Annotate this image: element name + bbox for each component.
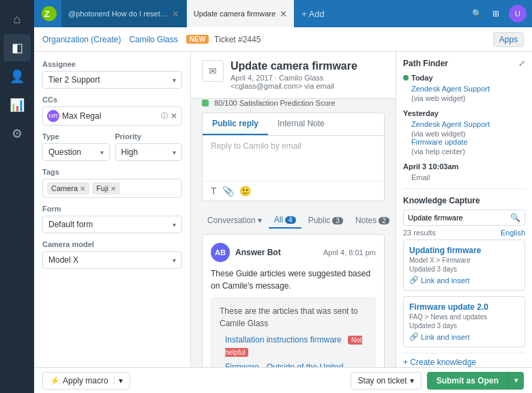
assignee-label: Assignee: [42, 60, 182, 68]
avatar-icon[interactable]: U: [509, 5, 527, 23]
apps-button[interactable]: Apps: [493, 32, 524, 47]
type-group: Type Question ▾: [42, 132, 110, 161]
knowledge-card-1-sub: Model X > Firmware: [409, 257, 519, 264]
knowledge-search-input[interactable]: [408, 214, 510, 222]
cc-field: MR Max Regal ⓘ ✕: [42, 106, 182, 126]
assignee-chevron-icon: ▾: [173, 76, 176, 84]
answerbot-subcard: These are the articles that was sent to …: [211, 297, 376, 367]
topbar: Z @photonerd How do I reset… ✕ Update ca…: [34, 0, 532, 27]
camilo-link[interactable]: Camilo Glass: [129, 35, 177, 44]
type-select[interactable]: Question ▾: [42, 143, 110, 161]
path-yesterday-item-2[interactable]: Firmware update: [403, 138, 525, 146]
path-april-channel: Email: [403, 173, 525, 181]
apply-macro-button[interactable]: ⚡ Apply macro ▾: [42, 372, 130, 390]
ticket-title: Update camera firmware: [231, 60, 385, 72]
article-item-2: Firmware - Outside of the United States: [225, 361, 367, 367]
article-link-1[interactable]: Installation instructions firmware: [225, 335, 342, 345]
form-label: Form: [42, 205, 182, 213]
stay-on-ticket-button[interactable]: Stay on ticket ▾: [351, 372, 422, 390]
conversation-area: Conversation ▾ All 4 Public 3 Notes: [191, 207, 396, 367]
text-format-icon[interactable]: T: [211, 186, 217, 196]
internal-note-tab[interactable]: Internal Note: [268, 113, 334, 135]
assignee-select[interactable]: Tier 2 Support ▾: [42, 71, 182, 89]
public-tab[interactable]: Public 3: [303, 213, 349, 228]
search-icon[interactable]: 🔍: [471, 8, 483, 20]
reply-placeholder: Reply to Camilo by email: [211, 141, 376, 175]
type-value: Question: [48, 147, 81, 157]
assignee-value: Tier 2 Support: [48, 75, 100, 85]
tab-ticket-888[interactable]: @photonerd How do I reset… ✕: [61, 0, 187, 27]
form-select[interactable]: Default form ▾: [42, 216, 182, 233]
priority-group: Priority High ▾: [115, 132, 183, 161]
conversation-tab-label: Conversation: [207, 216, 256, 225]
link-insert-icon-1: 🔗: [409, 276, 419, 285]
knowledge-search-field[interactable]: 🔍: [403, 209, 525, 226]
tab-ticket-2445-close[interactable]: ✕: [280, 9, 287, 19]
knowledge-card-2-link[interactable]: 🔗 Link and insert: [409, 332, 519, 341]
camera-model-select[interactable]: Model X ▾: [42, 251, 182, 269]
notes-badge: 2: [379, 217, 389, 224]
ccs-label: CCs: [42, 96, 182, 104]
subnav: Organization (Create) Camilo Glass NEW T…: [34, 27, 532, 52]
type-label: Type: [42, 132, 110, 141]
path-yesterday-item-1[interactable]: Zendesk Agent Support: [403, 120, 525, 128]
knowledge-title: Knowledge Capture: [403, 196, 525, 205]
reply-body[interactable]: Reply to Camilo by email: [203, 136, 384, 181]
grid-icon[interactable]: ⊞: [490, 8, 502, 20]
article-item-1: Installation instructions firmware Not h…: [225, 334, 367, 358]
path-today-label: Today: [403, 74, 525, 82]
conversation-tab[interactable]: Conversation ▾: [202, 213, 267, 228]
emoji-icon[interactable]: 🙂: [239, 186, 251, 196]
nav-tickets-icon[interactable]: ◧: [3, 34, 31, 61]
apply-macro-chevron-icon[interactable]: ▾: [114, 376, 123, 385]
priority-select[interactable]: High ▾: [115, 143, 183, 161]
tag-fuji-remove[interactable]: ✕: [110, 185, 116, 192]
answerbot-message: AB Answer Bot April 4, 8:01 pm These Gui…: [202, 234, 385, 367]
knowledge-card-1-title[interactable]: Updating firmware: [409, 246, 519, 255]
create-knowledge-button[interactable]: + Create knowledge: [403, 353, 525, 367]
tab-add-button[interactable]: + Add: [295, 0, 331, 27]
knowledge-card-1-link-text: Link and insert: [421, 276, 470, 285]
knowledge-card-1: Updating firmware Model X > Firmware Upd…: [403, 239, 525, 291]
knowledge-lang[interactable]: English: [501, 229, 525, 237]
attachment-icon[interactable]: 📎: [222, 186, 234, 196]
nav-settings-icon[interactable]: ⚙: [3, 120, 31, 147]
path-today-item-1[interactable]: Zendesk Agent Support: [403, 85, 525, 93]
email-icon: ✉: [202, 60, 224, 82]
public-reply-tab[interactable]: Public reply: [203, 113, 268, 135]
path-finder-expand-icon[interactable]: ⤢: [518, 59, 525, 68]
content-area: ✉ Update camera firmware April 4, 2017 ·…: [191, 52, 396, 367]
tab-ticket-2445[interactable]: Update camera firmware ✕: [187, 0, 295, 27]
submit-button[interactable]: Submit as Open ▾: [427, 372, 524, 390]
nav-home-icon[interactable]: ⌂: [3, 5, 31, 33]
nav-users-icon[interactable]: 👤: [3, 63, 31, 90]
satisfaction-color: [202, 100, 209, 106]
submit-chevron-icon[interactable]: ▾: [508, 372, 524, 389]
tag-camera-remove[interactable]: ✕: [80, 185, 85, 192]
sidebar: Assignee Tier 2 Support ▾ CCs MR Max Reg…: [34, 52, 191, 367]
svg-text:Z: Z: [44, 9, 50, 19]
tab-ticket-888-close[interactable]: ✕: [172, 9, 179, 19]
article-link-2[interactable]: Firmware - Outside of the United States: [225, 362, 343, 367]
org-link[interactable]: Organization (Create): [42, 35, 121, 44]
tab-ticket-888-title: @photonerd How do I reset…: [68, 10, 168, 18]
knowledge-card-2-title[interactable]: Firmware update 2.0: [409, 302, 519, 312]
tags-field: Camera ✕ Fuji ✕: [42, 179, 182, 198]
submit-as-text: Submit as: [437, 376, 475, 385]
cc-info-icon[interactable]: ⓘ: [161, 111, 168, 121]
all-tab[interactable]: All 4: [269, 212, 301, 229]
notes-tab[interactable]: Notes 2: [350, 213, 395, 228]
submit-main-label[interactable]: Submit as Open: [427, 372, 508, 390]
tags-label: Tags: [42, 168, 182, 176]
answerbot-intro: These Guide articles were suggested base…: [211, 269, 370, 291]
camera-model-value: Model X: [48, 255, 78, 265]
cc-remove-icon[interactable]: ✕: [171, 111, 177, 121]
new-badge: NEW: [186, 35, 209, 44]
form-chevron-icon: ▾: [173, 221, 176, 229]
knowledge-count: 23 results: [403, 229, 436, 237]
knowledge-card-1-updated: Updated 3 days: [409, 265, 519, 273]
nav-reports-icon[interactable]: 📊: [3, 91, 31, 119]
topbar-icons: 🔍 ⊞ U: [471, 5, 527, 23]
satisfaction-text: 80/100 Satisfaction Prediction Score: [214, 99, 335, 107]
knowledge-card-1-link[interactable]: 🔗 Link and insert: [409, 276, 519, 285]
